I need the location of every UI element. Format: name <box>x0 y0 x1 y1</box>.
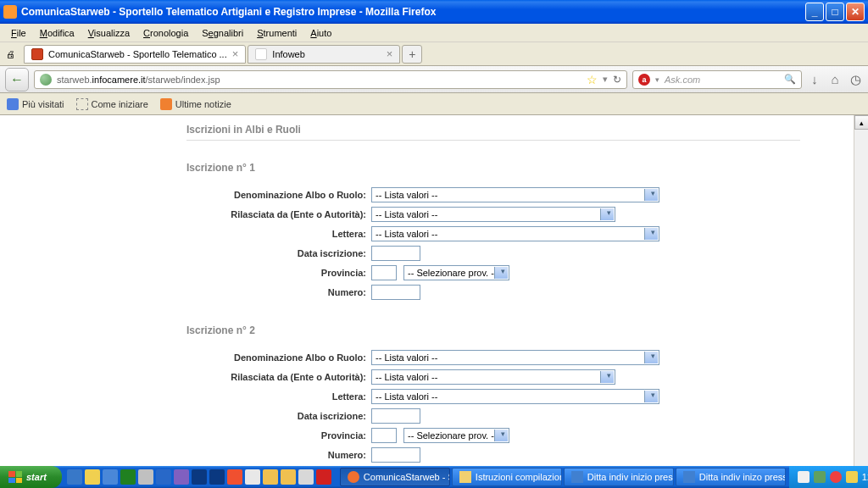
download-icon[interactable]: ↓ <box>807 72 822 87</box>
history-icon[interactable]: ◷ <box>848 72 863 87</box>
tab-comunica[interactable]: ComunicaStarweb - Sportello Telematico .… <box>24 45 246 64</box>
search-field[interactable]: a ▾ Ask.com 🔍 <box>632 70 802 89</box>
tab-icon <box>255 48 267 60</box>
search-dropdown-icon[interactable]: ▾ <box>655 75 659 84</box>
window-titlebar: ComunicaStarweb - Sportello Telematico A… <box>0 0 868 24</box>
maximize-button[interactable]: □ <box>826 3 844 21</box>
app-icon <box>3 5 17 19</box>
tab-bar: 🖨 ComunicaStarweb - Sportello Telematico… <box>0 42 868 66</box>
page-icon <box>76 98 88 110</box>
bookmark-piu-visitati[interactable]: Più visitati <box>7 98 64 110</box>
home-icon[interactable]: ⌂ <box>827 72 843 87</box>
menu-file[interactable]: File <box>5 26 32 40</box>
tab-label: ComunicaStarweb - Sportello Telematico .… <box>48 49 227 59</box>
menu-modifica[interactable]: Modifica <box>34 26 81 40</box>
tab-close-icon[interactable]: × <box>232 47 239 60</box>
dropdown-icon[interactable]: ▾ <box>603 74 608 85</box>
menu-visualizza[interactable]: Visualizza <box>82 26 136 40</box>
menu-aiuto[interactable]: Aiuto <box>304 26 337 40</box>
back-button[interactable]: ← <box>5 68 29 92</box>
reload-icon[interactable]: ↻ <box>613 74 621 86</box>
bookmark-star-icon[interactable]: ☆ <box>587 73 598 86</box>
close-button[interactable]: ✕ <box>846 3 865 21</box>
tab-infoweb[interactable]: Infoweb × <box>248 45 400 64</box>
ask-icon: a <box>638 74 650 86</box>
tab-close-icon[interactable]: × <box>387 47 393 60</box>
search-placeholder: Ask.com <box>665 75 779 85</box>
menu-cronologia[interactable]: Cronologia <box>137 26 194 40</box>
url-field[interactable]: starweb.infocamere.it/starweb/index.jsp … <box>34 70 627 89</box>
minimize-button[interactable]: _ <box>805 3 824 21</box>
new-tab-button[interactable]: + <box>402 45 422 64</box>
rss-icon <box>160 98 172 110</box>
bookmark-ultime-notizie[interactable]: Ultime notizie <box>160 98 231 110</box>
tab-label: Infoweb <box>272 49 381 59</box>
print-icon[interactable]: 🖨 <box>3 47 17 61</box>
menu-bar: File Modifica Visualizza Cronologia Segn… <box>0 24 868 42</box>
tab-icon <box>31 48 43 60</box>
menu-strumenti[interactable]: Strumenti <box>251 26 303 40</box>
address-bar: ← starweb.infocamere.it/starweb/index.js… <box>0 66 868 93</box>
url-text: starweb.infocamere.it/starweb/index.jsp <box>57 75 581 85</box>
folder-icon <box>7 98 19 110</box>
menu-segnalibri[interactable]: Segnalibri <box>196 26 249 40</box>
search-icon[interactable]: 🔍 <box>784 74 796 85</box>
bookmark-come-iniziare[interactable]: Come iniziare <box>76 98 148 110</box>
globe-icon <box>40 74 52 86</box>
bookmark-bar: Più visitati Come iniziare Ultime notizi… <box>0 93 868 115</box>
window-title: ComunicaStarweb - Sportello Telematico A… <box>21 6 805 18</box>
